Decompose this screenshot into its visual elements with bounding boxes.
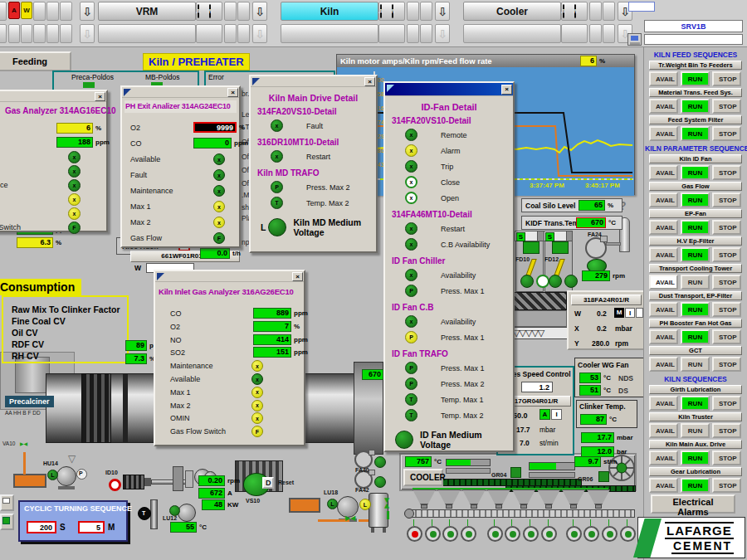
toolbar-cell[interactable]	[46, 24, 59, 43]
run-button[interactable]: RUN	[681, 450, 710, 465]
run-button[interactable]: RUN	[681, 329, 710, 344]
speed-setpoint-field[interactable]: 1.2	[521, 382, 553, 392]
avail-button[interactable]: AVAIL	[649, 247, 678, 262]
run-button[interactable]: RUN	[681, 247, 710, 262]
mini-warn-button[interactable]: W	[209, 4, 211, 18]
avail-button[interactable]: AVAIL	[649, 99, 678, 114]
run-button[interactable]: RUN	[681, 192, 710, 207]
toolbar-cell[interactable]	[407, 2, 419, 21]
toolbar-cell[interactable]	[33, 24, 46, 43]
stop-button[interactable]: STOP	[712, 192, 741, 207]
avail-button[interactable]: AVAIL	[649, 126, 678, 141]
mode-m-button[interactable]: M	[614, 308, 624, 318]
avail-button[interactable]: AVAIL	[649, 275, 678, 290]
chevron-down-icon[interactable]: ⇩	[435, 24, 450, 43]
mini-ack-button[interactable]: A	[198, 4, 199, 18]
toolbar-cell[interactable]	[0, 24, 7, 43]
dialog-titlebar[interactable]: ×	[385, 83, 513, 96]
stop-button[interactable]: STOP	[712, 275, 741, 290]
mode-i-button[interactable]: I	[625, 308, 635, 318]
mini-ack-button[interactable]: A	[563, 4, 564, 18]
toolbar-cell[interactable]	[21, 24, 32, 43]
electrical-alarms-button[interactable]: Electrical Alarms	[651, 494, 735, 514]
stop-button[interactable]: STOP	[712, 99, 741, 114]
warning-button[interactable]: W	[21, 2, 32, 19]
stop-button[interactable]: STOP	[712, 126, 741, 141]
close-icon[interactable]: ×	[227, 88, 238, 97]
toolbar-cell[interactable]	[378, 24, 405, 43]
chevron-down-icon[interactable]: ⇩	[435, 2, 450, 21]
mini-warn-button[interactable]: W	[574, 4, 576, 18]
dialog-titlebar[interactable]: ×	[122, 87, 239, 98]
stop-button[interactable]: STOP	[712, 450, 741, 465]
toolbar-cell[interactable]	[561, 24, 588, 43]
run-button[interactable]: RUN	[681, 357, 710, 372]
avail-button[interactable]: AVAIL	[649, 192, 678, 207]
chevron-down-icon[interactable]: ⇩	[252, 2, 267, 21]
printer-icon[interactable]	[627, 33, 642, 46]
mode-blank[interactable]	[636, 308, 643, 318]
toolbar-cell[interactable]	[237, 24, 250, 43]
toolbar-cell[interactable]	[420, 24, 432, 43]
avail-button[interactable]: AVAIL	[649, 165, 678, 180]
toolbar-cell[interactable]	[407, 24, 419, 43]
feeding-button[interactable]: Feeding	[0, 51, 71, 71]
alarm-ack-button[interactable]: A	[8, 2, 20, 19]
stop-button[interactable]: STOP	[712, 71, 741, 86]
toolbar-cell[interactable]	[237, 2, 250, 21]
toolbar-section-kiln[interactable]: Kiln	[281, 2, 378, 21]
avail-button[interactable]: AVAIL	[649, 357, 678, 372]
run-button[interactable]: RUN	[681, 396, 710, 411]
manual-button[interactable]: I	[551, 409, 562, 420]
avail-button[interactable]: AVAIL	[649, 220, 678, 235]
close-icon[interactable]: ×	[292, 272, 303, 281]
toolbar-cell[interactable]	[46, 2, 59, 21]
toolbar-cell[interactable]	[224, 24, 237, 43]
run-button[interactable]: RUN	[681, 71, 710, 86]
toolbar-section-vrm[interactable]: VRM	[98, 2, 196, 21]
stop-button[interactable]: STOP	[712, 247, 741, 262]
run-button[interactable]: RUN	[681, 302, 710, 317]
stop-button[interactable]: STOP	[712, 396, 741, 411]
run-button[interactable]: RUN	[681, 275, 710, 290]
toolbar-cell[interactable]	[0, 2, 7, 21]
avail-button[interactable]: AVAIL	[649, 329, 678, 344]
run-button[interactable]: RUN	[681, 99, 710, 114]
toolbar-cell[interactable]	[603, 2, 615, 21]
avail-button[interactable]: AVAIL	[649, 478, 678, 493]
toolbar-cell[interactable]	[33, 2, 46, 21]
toolbar-cell[interactable]	[603, 24, 615, 43]
d-box-label[interactable]: D	[266, 479, 271, 487]
auto-button[interactable]: A	[540, 409, 550, 420]
close-icon[interactable]: ×	[501, 85, 512, 95]
chevron-down-icon[interactable]: ⇩	[80, 2, 95, 21]
toolbar-cell[interactable]	[60, 2, 72, 21]
run-button[interactable]: RUN	[681, 126, 710, 141]
run-button[interactable]: RUN	[681, 220, 710, 235]
run-button[interactable]: RUN	[681, 165, 710, 180]
toolbar-cell[interactable]	[281, 24, 378, 43]
toolbar-cell[interactable]	[196, 24, 222, 43]
avail-button[interactable]: AVAIL	[649, 71, 678, 86]
cyclic-seconds-field[interactable]: 200	[27, 521, 56, 533]
close-icon[interactable]: ×	[364, 77, 375, 86]
toolbar-section-cooler[interactable]: Cooler	[463, 2, 561, 21]
mini-warn-button[interactable]: W	[392, 4, 393, 18]
toolbar-cell[interactable]	[60, 24, 72, 43]
toolbar-cell[interactable]	[8, 24, 20, 43]
cooler-button[interactable]: COOLER	[403, 469, 443, 486]
dialog-titlebar[interactable]: ×	[0, 91, 106, 102]
stop-button[interactable]: STOP	[712, 165, 741, 180]
dialog-titlebar[interactable]: ×	[155, 271, 304, 282]
stop-button[interactable]: STOP	[712, 220, 741, 235]
run-button[interactable]: RUN	[681, 423, 710, 438]
toolbar-cell[interactable]	[98, 24, 196, 43]
chevron-down-icon[interactable]: ⇩	[80, 24, 95, 43]
mini-ack-button[interactable]: A	[380, 4, 382, 18]
toolbar-cell[interactable]	[589, 2, 602, 21]
stop-button[interactable]: STOP	[712, 329, 741, 344]
toolbar-cell[interactable]	[463, 24, 561, 43]
stop-button[interactable]: STOP	[712, 423, 741, 438]
toolbar-cell[interactable]	[224, 2, 237, 21]
avail-button[interactable]: AVAIL	[649, 423, 678, 438]
